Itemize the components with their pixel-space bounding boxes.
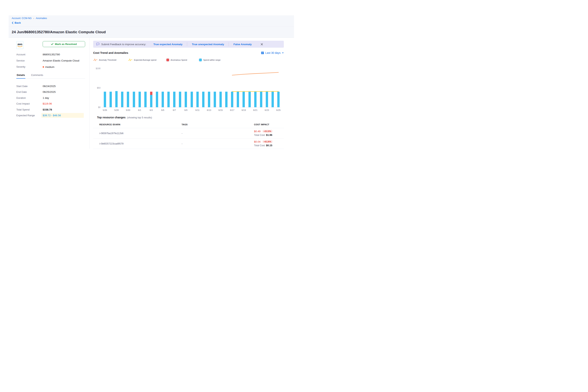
chart-bar-6/22 [260,92,262,107]
chart-bar-6/1 [138,92,141,107]
chart-bar-6/6 [167,92,170,107]
chart-bar-6/25 [277,92,280,107]
resource-tags: - [182,142,182,145]
chart-bar-6/16 [225,92,228,107]
y-tick-label: $50 [97,87,100,89]
detail-row-duration: Duration 1 day [16,95,85,101]
resource-id: i-0b6f257223cad9579 [99,142,124,145]
date-range-label: Last 30 days [265,51,280,54]
start-date-value: 06/24/2025 [43,85,56,88]
resource-cost-impact: $0.04 +42.26% Total Cost: $0.15 [254,140,273,147]
top-resource-changes: Top resource changes (showing top 5 resu… [93,116,284,149]
back-label: Back [14,21,21,24]
resource-id: i-06597ba197fe112b6 [99,132,124,135]
detail-row-cost-impact: Cost Impact $119.06 [16,101,85,107]
close-icon [260,43,263,46]
anomaly-chart-panel: Submit Feedback to improve accuracy: Tru… [93,41,284,149]
feedback-true-unexpected[interactable]: True unexpected Anomaly [187,43,229,46]
page-title: 24 Jun/868001352780/Amazon Elastic Compu… [12,30,106,34]
anomalous-segment [150,92,152,95]
service-value: Amazon Elastic Compute Cloud [43,59,79,62]
chart-bar-6/7 [173,92,176,107]
back-button[interactable]: Back [12,21,25,24]
chart-bar-5/31 [133,92,135,107]
plot-area [102,68,280,108]
mark-resolved-button[interactable]: Mark as Resolved [43,41,85,47]
feedback-true-expected[interactable]: True expected Anomaly [149,43,187,46]
aws-smile-icon [18,46,22,47]
x-tick-label: 6/19 [240,109,248,111]
chart-bar-5/27 [110,92,112,107]
date-range-picker[interactable]: Last 30 days [261,51,284,54]
feedback-close-button[interactable] [260,43,263,46]
feedback-options: True expected Anomaly True unexpected An… [149,42,256,46]
breadcrumb-anomalies-link[interactable]: Anomalies [36,17,47,20]
chat-bubble-icon [96,43,100,46]
cost-impact-label: Cost Impact [16,102,43,105]
chart-bar-6/10 [190,92,193,107]
table-row: i-0b6f257223cad9579 - $0.04 +42.26% Tota… [93,138,284,149]
severity-value: medium [43,66,54,68]
x-tick-label: 6/23 [263,109,271,111]
x-tick-label: 6/5 [159,109,166,111]
chart-bar-6/9 [185,92,187,107]
panel-divider [90,38,90,149]
cost-trend-chart: $0$50$100 5/265/285/306/16/36/56/76/96/1… [93,64,284,112]
y-axis: $0$50$100 [93,68,100,108]
total-cost-value: $1.96 [266,134,272,136]
legend-anomaly-threshold: Anomaly Threshold [93,58,116,61]
detail-row-total-spend: Total Spend $158.78 [16,107,85,112]
severity-dot-icon [43,66,44,68]
tab-details[interactable]: Details [16,74,25,78]
detail-tabs: Details Comments [16,74,85,78]
x-tick-label: 6/25 [274,109,282,111]
tab-comments[interactable]: Comments [31,74,44,78]
table-header-row: RESOURCE ID/ARN TAGS COST IMPACT [93,121,284,128]
feedback-false-anomaly[interactable]: False Anomaly [229,43,256,46]
aws-logo-text: aws [18,43,22,46]
blue-square-icon [199,58,202,61]
chart-bar-6/19 [242,92,245,107]
impact-percent-badge: +42.26% [262,140,273,143]
calendar-icon [261,51,264,54]
total-cost-value: $0.15 [266,144,272,147]
mark-resolved-label: Mark as Resolved [55,43,77,46]
legend-label: Anomaly Threshold [99,59,116,61]
chart-bar-6/17 [231,92,233,107]
chart-bar-6/8 [179,92,181,107]
severity-text: medium [45,66,54,68]
caret-down-icon [282,52,284,54]
y-tick-label: $0 [98,106,100,108]
duration-value: 1 day [43,96,49,99]
legend-expected-average: Expected Average spend [128,58,156,61]
account-value: 868001352780 [43,53,60,56]
resources-table: RESOURCE ID/ARN TAGS COST IMPACT i-06597… [93,121,284,149]
x-tick-label: 6/15 [217,109,224,111]
anomaly-details-page: Account: CCM-NG › Anomalies Back 24 Jun/… [0,0,294,196]
total-spend-label: Total Spend [16,108,43,111]
x-tick-label: 5/26 [101,109,109,111]
x-tick-label: 6/11 [194,109,202,111]
chart-bar-6/2 [144,92,146,107]
chart-bar-6/13 [208,92,210,107]
impact-percent-badge: +33.33% [262,130,273,133]
breadcrumb-account-link[interactable]: Account: CCM-NG [12,17,32,20]
x-tick-label: 5/28 [112,109,120,111]
legend-label: Expected Average spend [134,59,156,61]
resource-cost-impact: $0.49 +33.33% Total Cost: $1.96 [254,130,273,136]
detail-row-end-date: End Date 06/25/2025 [16,89,85,95]
account-label: Account [16,53,43,56]
check-icon [51,43,54,45]
detail-row-expected-range: Expected Range $39.72 - $48.56 [16,112,85,118]
chart-title: Cost Trend and Anomalies [93,51,128,54]
feedback-bar: Submit Feedback to improve accuracy: Tru… [93,41,284,48]
x-tick-label: 6/1 [136,109,144,111]
col-tags: TAGS [182,123,188,126]
x-tick-label: 6/9 [182,109,190,111]
expected-range-label: Expected Range [16,114,43,117]
col-cost-impact: COST IMPACT [254,123,269,126]
aws-logo: aws [16,41,24,49]
resource-tags: - [182,132,182,135]
legend-label: Anomalous Spend [171,59,187,61]
legend-spend-within-range: Spend within range [199,58,220,61]
